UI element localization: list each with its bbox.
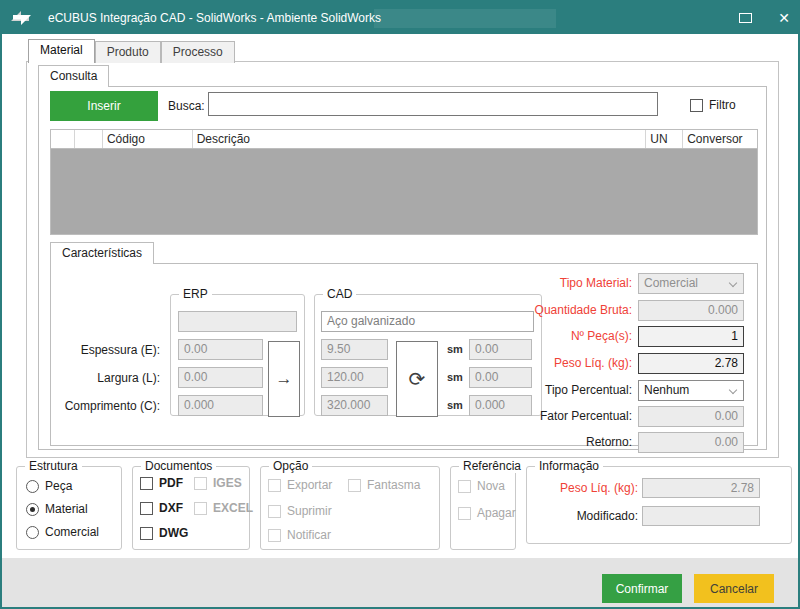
transfer-arrow-button[interactable]: → [268,341,300,417]
refresh-button[interactable]: ⟳ [396,341,438,417]
inserir-button[interactable]: Inserir [50,91,158,121]
checkbox-suprimir-label: Suprimir [287,504,332,518]
filtro-label: Filtro [709,98,736,112]
checkbox-apagar-box [458,507,471,520]
window-title: eCUBUS Integração CAD - SolidWorks - Amb… [48,2,381,34]
busca-input[interactable] [208,92,658,116]
column-header-conversor[interactable]: Conversor [683,130,757,148]
num-pecas-label: Nº Peça(s): [482,329,632,343]
column-header-codigo[interactable]: Código [103,130,193,148]
checkbox-excel-box [194,502,207,515]
sm-label-largura: sm [447,371,463,383]
tipo-material-label: Tipo Material: [482,276,632,290]
info-peso-liq-label: Peso Líq. (kg): [526,481,638,495]
checkbox-dxf-box[interactable] [140,502,153,515]
chevron-down-icon [729,386,737,394]
largura-label: Largura (L): [40,371,160,385]
sm-label-espessura: sm [447,343,463,355]
tipo-percentual-value: Nenhum [644,383,689,397]
radio-material[interactable]: Material [26,502,88,516]
tab-produto[interactable]: Produto [95,41,161,63]
column-header-blank[interactable] [75,130,103,148]
checkbox-exportar-label: Exportar [287,478,332,492]
peso-liq-field[interactable]: 2.78 [638,353,744,374]
retorno-label: Retorno: [482,435,632,449]
checkbox-suprimir: Suprimir [268,504,332,518]
checkbox-pdf-label: PDF [159,476,183,490]
tipo-percentual-combo[interactable]: Nenhum [638,380,744,401]
cad-comprimento-field: 320.000 [321,395,388,416]
checkbox-iges-label: IGES [213,476,242,490]
main-tab-strip: Material Produto Processo [28,39,235,63]
title-bar: eCUBUS Integração CAD - SolidWorks - Amb… [2,2,798,34]
checkbox-excel: EXCEL [194,501,253,515]
radio-peca-label: Peça [45,479,72,493]
refresh-icon: ⟳ [409,367,426,391]
checkbox-dwg[interactable]: DWG [140,526,188,540]
radio-comercial-circle[interactable] [26,526,39,539]
radio-comercial[interactable]: Comercial [26,525,99,539]
erp-comprimento-field: 0.000 [178,395,263,416]
radio-material-label: Material [45,502,88,516]
radio-peca-circle[interactable] [26,480,39,493]
espessura-label: Espessura (E): [40,343,160,357]
checkbox-apagar-label: Apagar [477,506,516,520]
results-table: Código Descrição UN Conversor [50,129,758,235]
tab-processo[interactable]: Processo [161,41,235,63]
fator-percentual-field: 0.00 [638,406,744,427]
ecubus-logo-icon [9,6,33,30]
filtro-checkbox[interactable]: Filtro [690,98,736,112]
estrutura-group-title: Estrutura [25,459,82,473]
filtro-checkbox-box[interactable] [690,99,703,112]
tipo-material-value: Comercial [644,276,698,290]
erp-espessura-field: 0.00 [178,339,263,360]
tab-caracteristicas[interactable]: Características [50,242,154,264]
checkbox-fantasma-label: Fantasma [367,478,420,492]
comprimento-label: Comprimento (C): [40,399,160,413]
checkbox-suprimir-box [268,505,281,518]
info-peso-liq-field: 2.78 [642,478,760,498]
num-pecas-field[interactable]: 1 [638,326,744,347]
retorno-field: 0.00 [638,432,744,453]
tab-consulta[interactable]: Consulta [38,65,109,87]
checkbox-pdf[interactable]: PDF [140,476,183,490]
checkbox-pdf-box[interactable] [140,477,153,490]
column-header-row-selector[interactable] [51,130,75,148]
column-header-un[interactable]: UN [646,130,683,148]
busca-label: Busca: [168,99,205,113]
radio-peca[interactable]: Peça [26,479,72,493]
erp-group-title: ERP [179,287,212,301]
checkbox-dwg-box[interactable] [140,527,153,540]
cad-group-title: CAD [323,287,356,301]
tipo-material-combo: Comercial [638,273,744,294]
referencia-group-title: Referência [459,459,525,473]
results-table-header: Código Descrição UN Conversor [50,129,758,149]
checkbox-nova: Nova [458,479,505,493]
footer-bar: Confirmar Cancelar [2,558,798,609]
maximize-button[interactable] [739,13,752,23]
erp-largura-field: 0.00 [178,367,263,388]
checkbox-notificar: Notificar [268,528,331,542]
checkbox-apagar: Apagar [458,506,516,520]
checkbox-nova-box [458,480,471,493]
checkbox-dxf[interactable]: DXF [140,501,183,515]
radio-material-circle[interactable] [26,503,39,516]
checkbox-dxf-label: DXF [159,501,183,515]
tab-material[interactable]: Material [28,39,95,63]
info-modificado-label: Modificado: [526,509,638,523]
column-header-descricao[interactable]: Descrição [193,130,647,148]
results-table-empty-body [50,149,758,235]
sm-label-comprimento: sm [447,399,463,411]
peso-liq-label: Peso Líq. (kg): [482,356,632,370]
erp-material-field [178,311,297,332]
confirmar-button[interactable]: Confirmar [602,574,682,603]
checkbox-iges: IGES [194,476,242,490]
info-modificado-field [642,506,760,526]
checkbox-excel-label: EXCEL [213,501,253,515]
radio-comercial-label: Comercial [45,525,99,539]
cad-espessura-field: 9.50 [321,339,388,360]
cancelar-button[interactable]: Cancelar [694,574,774,603]
close-button[interactable]: ✕ [774,7,794,29]
checkbox-exportar: Exportar [268,478,332,492]
checkbox-notificar-label: Notificar [287,528,331,542]
